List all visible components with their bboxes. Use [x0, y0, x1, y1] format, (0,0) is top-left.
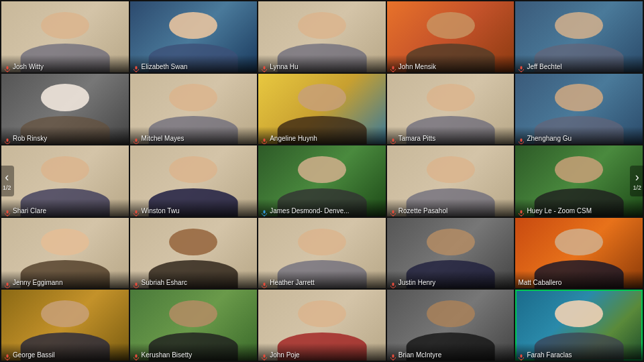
cell-shari-clare[interactable]: Shari Clare — [1, 145, 129, 217]
participant-name: Jeff Bechtel — [527, 63, 561, 70]
participant-name: Zhenghang Gu — [527, 135, 572, 142]
cell-zhenghang-gu[interactable]: Zhenghang Gu — [515, 74, 643, 145]
video-grid: Josh Witty Elizabeth Swan — [0, 0, 644, 362]
cell-jenny-eggimann[interactable]: Jenny Eggimann — [1, 218, 129, 289]
participant-name: Josh Witty — [13, 63, 44, 70]
row-3: Jenny Eggimann Subriah Esharc — [1, 218, 643, 289]
participant-name: Angeline Huynh — [270, 135, 317, 142]
participant-name: Heather Jarrett — [270, 279, 315, 286]
cell-heather-jarrett[interactable]: Heather Jarrett — [258, 218, 386, 289]
svg-rect-20 — [7, 210, 9, 214]
svg-rect-16 — [392, 138, 394, 141]
participant-name: Elizabeth Swan — [142, 63, 188, 70]
cell-rob-rinsky[interactable]: Rob Rinsky — [1, 74, 129, 145]
cell-tamara-pitts[interactable]: Tamara Pitts — [387, 74, 515, 145]
cell-jeff-bechtel[interactable]: Jeff Bechtel — [515, 1, 643, 72]
page-indicator-left: 1/2 — [3, 184, 11, 191]
cell-subriah-esharc[interactable]: Subriah Esharc — [130, 218, 258, 289]
cell-mitchel-mayes[interactable]: Mitchel Mayes — [130, 74, 258, 145]
participant-name: George Bassil — [13, 351, 55, 359]
svg-rect-44 — [392, 355, 394, 358]
cell-angeline-huynh[interactable]: Angeline Huynh — [258, 74, 386, 145]
cell-brian-mcintyre[interactable]: Brian McIntyre — [387, 290, 515, 361]
svg-rect-26 — [392, 210, 394, 214]
svg-rect-30 — [7, 282, 9, 286]
svg-rect-22 — [135, 210, 137, 214]
svg-rect-8 — [521, 66, 523, 70]
row-2: Shari Clare Winston Twu — [1, 145, 643, 217]
participant-name: Matt Caballero — [518, 279, 561, 286]
svg-rect-0 — [7, 66, 9, 70]
participant-name: Huey Le - Zoom CSM — [527, 207, 592, 215]
row-1: Rob Rinsky Mitchel Mayes — [1, 74, 643, 145]
cell-josh-witty[interactable]: Josh Witty — [1, 1, 129, 72]
next-page-button[interactable]: › 1/2 — [630, 166, 644, 196]
cell-winston-twu[interactable]: Winston Twu — [130, 145, 258, 217]
svg-rect-12 — [135, 138, 137, 141]
participant-name: James Desmond- Denve... — [270, 207, 349, 215]
svg-rect-18 — [521, 138, 523, 141]
svg-rect-4 — [264, 66, 266, 70]
svg-rect-40 — [135, 355, 137, 358]
participant-name: Kerushan Bisetty — [142, 351, 193, 359]
svg-rect-38 — [7, 355, 9, 358]
participant-name: Lynna Hu — [270, 63, 298, 70]
cell-rozette-pasahol[interactable]: Rozette Pasahol — [387, 145, 515, 217]
left-arrow-icon: ‹ — [5, 171, 9, 183]
participant-name: Winston Twu — [142, 207, 180, 215]
svg-rect-36 — [392, 282, 394, 286]
participant-name: Brian McIntyre — [398, 351, 441, 359]
participant-name: Tamara Pitts — [398, 135, 436, 142]
svg-rect-46 — [521, 355, 523, 358]
cell-john-mensik[interactable]: John Mensik — [387, 1, 515, 72]
cell-huey-le[interactable]: Huey Le - Zoom CSM — [515, 145, 643, 217]
participant-name: Rob Rinsky — [13, 135, 47, 142]
participant-name: John Poje — [270, 351, 299, 359]
cell-farah-faraclas[interactable]: Farah Faraclas — [515, 290, 643, 361]
participant-name: Shari Clare — [13, 207, 46, 215]
svg-rect-2 — [135, 66, 137, 70]
svg-rect-34 — [264, 282, 266, 286]
svg-rect-10 — [7, 138, 9, 141]
cell-george-bassil[interactable]: George Bassil — [1, 290, 129, 361]
participant-name: Farah Faraclas — [527, 351, 572, 359]
participant-name: Mitchel Mayes — [142, 135, 184, 142]
svg-rect-6 — [392, 66, 394, 70]
svg-rect-32 — [135, 282, 137, 286]
participant-name: Subriah Esharc — [142, 279, 187, 286]
svg-rect-28 — [521, 210, 523, 214]
participant-name: John Mensik — [398, 63, 436, 70]
svg-rect-14 — [264, 138, 266, 141]
row-0: Josh Witty Elizabeth Swan — [1, 1, 643, 72]
cell-matt-caballero[interactable]: Matt Caballero — [515, 218, 643, 289]
cell-justin-henry[interactable]: Justin Henry — [387, 218, 515, 289]
participant-name: Rozette Pasahol — [398, 207, 447, 215]
participant-name: Jenny Eggimann — [13, 279, 63, 286]
page-indicator-right: 1/2 — [633, 184, 641, 191]
cell-elizabeth-swan[interactable]: Elizabeth Swan — [130, 1, 258, 72]
cell-john-poje[interactable]: John Poje — [258, 290, 386, 361]
svg-rect-24 — [264, 210, 266, 214]
prev-page-button[interactable]: ‹ 1/2 — [0, 166, 14, 196]
cell-kerushan-bisetty[interactable]: Kerushan Bisetty — [130, 290, 258, 361]
cell-lynna-hu[interactable]: Lynna Hu — [258, 1, 386, 72]
participant-name: Justin Henry — [398, 279, 436, 286]
svg-rect-42 — [264, 355, 266, 358]
row-4: George Bassil Kerushan Bisetty — [1, 290, 643, 361]
right-arrow-icon: › — [635, 171, 639, 183]
cell-james-desmond[interactable]: James Desmond- Denve... — [258, 145, 386, 217]
